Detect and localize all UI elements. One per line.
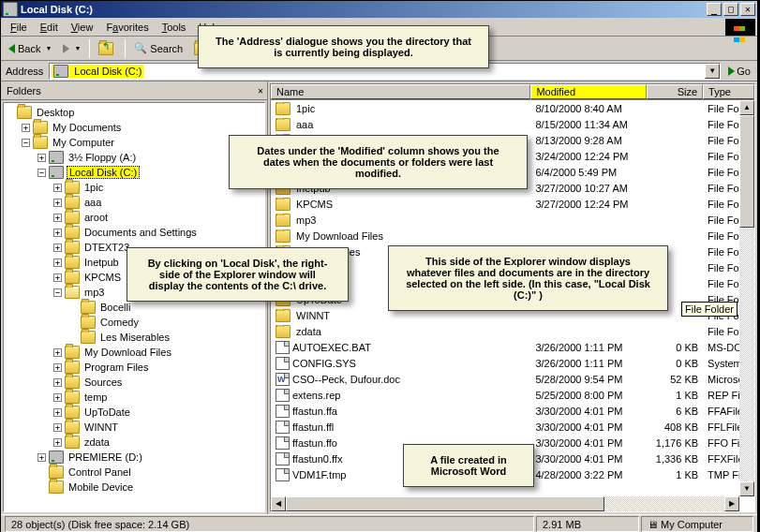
list-item[interactable]: ffastun.ffa 3/30/2000 4:01 PM 6 KB FFAFi…: [271, 403, 754, 419]
file-icon: [276, 452, 290, 466]
expander-icon[interactable]: +: [22, 124, 30, 132]
expander-icon[interactable]: +: [53, 244, 62, 252]
expander-icon[interactable]: +: [53, 214, 62, 222]
column-type[interactable]: Type: [703, 84, 754, 99]
expander-icon[interactable]: +: [53, 408, 62, 417]
vertical-scrollbar[interactable]: ▲ ▼: [739, 100, 754, 496]
list-item[interactable]: 1pic 8/10/2000 8:40 AM File Folder: [271, 100, 754, 116]
scroll-right-button[interactable]: ▶: [724, 496, 739, 511]
tree-item[interactable]: + aroot: [6, 210, 262, 225]
file-icon: [276, 341, 290, 354]
scroll-down-button[interactable]: ▼: [739, 481, 754, 496]
file-modified: 6/4/2000 5:49 PM: [530, 167, 647, 178]
forward-button[interactable]: ▼: [58, 38, 85, 59]
list-item[interactable]: My Download Files File Folder: [271, 228, 754, 244]
maximize-button[interactable]: □: [723, 3, 738, 16]
list-item[interactable]: extens.rep 5/25/2000 8:00 PM 1 KB REP Fi…: [271, 387, 754, 403]
menu-view[interactable]: View: [65, 20, 100, 35]
folder-icon: [65, 181, 80, 194]
expander-icon[interactable]: +: [53, 273, 62, 282]
file-size: 1,336 KB: [647, 453, 703, 465]
scroll-thumb[interactable]: [739, 115, 754, 228]
tree-item[interactable]: + 1pic: [6, 180, 262, 195]
folder-icon: [65, 376, 80, 389]
file-size: 0 KB: [647, 358, 703, 369]
tree-item[interactable]: Desktop: [6, 105, 262, 120]
expander-icon[interactable]: +: [53, 229, 62, 237]
expander-icon[interactable]: +: [53, 438, 62, 447]
menu-tools[interactable]: Tools: [156, 20, 193, 35]
expander-icon[interactable]: +: [37, 453, 46, 462]
expander-icon[interactable]: +: [53, 423, 62, 432]
file-name: CSO--Peck, Dufour.doc: [292, 374, 400, 385]
tree-item[interactable]: Control Panel: [6, 465, 262, 480]
tree-item[interactable]: + Sources: [6, 375, 262, 390]
expander-icon[interactable]: +: [53, 378, 62, 387]
back-button[interactable]: Back▼: [4, 38, 56, 59]
tree-item[interactable]: + My Documents: [6, 120, 262, 135]
scroll-up-button[interactable]: ▲: [739, 100, 754, 115]
list-item[interactable]: WCSO--Peck, Dufour.doc 5/28/2000 9:54 PM…: [271, 371, 754, 387]
file-name: AUTOEXEC.BAT: [292, 342, 371, 353]
folder-icon: [65, 286, 80, 299]
tree-item[interactable]: + My Download Files: [6, 345, 262, 360]
tree-item[interactable]: + PREMIERE (D:): [6, 450, 262, 465]
tree-item[interactable]: + WINNT: [6, 420, 262, 435]
minimize-button[interactable]: _: [707, 3, 722, 16]
list-item[interactable]: aaa 8/15/2000 11:34 AM File Folder: [271, 116, 754, 132]
tree-label: My Documents: [51, 122, 123, 133]
expander-icon[interactable]: +: [53, 348, 62, 357]
expander-icon[interactable]: +: [53, 259, 62, 267]
file-modified: 3/27/2000 12:24 PM: [530, 199, 647, 210]
tree-item[interactable]: − My Computer: [6, 135, 262, 150]
expander-icon[interactable]: −: [22, 139, 30, 147]
folders-pane-close[interactable]: ✕: [258, 85, 263, 96]
tree-item[interactable]: + 3½ Floppy (A:): [6, 150, 262, 165]
tree-item[interactable]: Bocelli: [6, 300, 262, 315]
up-button[interactable]: ↰: [94, 38, 121, 59]
expander-icon[interactable]: +: [53, 363, 62, 372]
go-button[interactable]: Go: [724, 66, 754, 77]
tree-item[interactable]: + Documents and Settings: [6, 225, 262, 240]
expander-icon[interactable]: +: [37, 154, 46, 162]
tree-item[interactable]: + Program Files: [6, 360, 262, 375]
file-size: 408 KB: [647, 421, 703, 433]
tree-item[interactable]: + zdata: [6, 435, 262, 450]
column-size[interactable]: Size: [647, 84, 703, 99]
address-dropdown-button[interactable]: ▼: [705, 64, 720, 79]
file-size: 1 KB: [647, 390, 703, 401]
file-name: extens.rep: [292, 390, 340, 401]
scroll-left-button[interactable]: ◀: [271, 496, 286, 511]
folder-icon: [65, 196, 80, 209]
close-button[interactable]: ✕: [740, 3, 755, 16]
folder-icon: [65, 346, 80, 359]
search-button[interactable]: 🔍Search: [129, 38, 187, 59]
list-item[interactable]: AUTOEXEC.BAT 3/26/2000 1:11 PM 0 KB MS-D…: [271, 339, 754, 355]
expander-icon[interactable]: −: [53, 288, 62, 297]
menu-file[interactable]: File: [4, 20, 34, 35]
expander-icon[interactable]: +: [53, 184, 62, 192]
folder-tree[interactable]: Desktop + My Documents − My Computer + 3…: [3, 102, 265, 512]
scroll-thumb-h[interactable]: [286, 496, 604, 511]
tree-item[interactable]: − Local Disk (C:): [6, 165, 262, 180]
tree-item[interactable]: Mobile Device: [6, 480, 262, 495]
list-item[interactable]: CONFIG.SYS 3/26/2000 1:11 PM 0 KB System: [271, 355, 754, 371]
tree-item[interactable]: Les Miserables: [6, 330, 262, 345]
tree-item[interactable]: + UpToDate: [6, 405, 262, 420]
menu-favorites[interactable]: Favorites: [99, 20, 155, 35]
list-item[interactable]: mp3 File Folder: [271, 212, 754, 228]
expander-icon[interactable]: −: [37, 169, 46, 177]
horizontal-scrollbar[interactable]: ◀ ▶: [271, 496, 739, 511]
list-item[interactable]: zdata File Folder: [271, 323, 754, 339]
expander-icon[interactable]: +: [53, 393, 62, 402]
column-modified[interactable]: Modified: [530, 84, 647, 99]
menu-edit[interactable]: Edit: [34, 20, 65, 35]
list-item[interactable]: KPCMS 3/27/2000 12:24 PM File Folder: [271, 196, 754, 212]
expander-icon[interactable]: +: [53, 199, 62, 207]
tree-label: Desktop: [35, 107, 76, 118]
tree-item[interactable]: + temp: [6, 390, 262, 405]
tree-item[interactable]: + aaa: [6, 195, 262, 210]
column-name[interactable]: Name: [271, 84, 530, 99]
list-item[interactable]: ffastun.ffl 3/30/2000 4:01 PM 408 KB FFL…: [271, 419, 754, 435]
tree-item[interactable]: Comedy: [6, 315, 262, 330]
